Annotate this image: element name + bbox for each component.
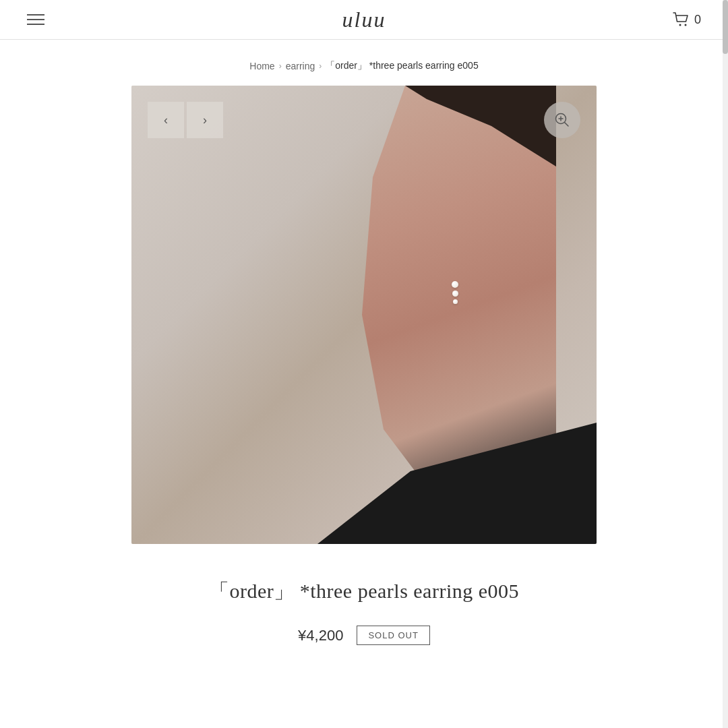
breadcrumb-sep-2: › bbox=[319, 61, 322, 71]
cart-icon bbox=[673, 12, 690, 27]
prev-image-button[interactable]: ‹ bbox=[148, 102, 184, 138]
svg-point-1 bbox=[684, 24, 686, 26]
zoom-button[interactable] bbox=[544, 102, 580, 138]
scrollbar-thumb[interactable] bbox=[723, 0, 728, 54]
breadcrumb: Home › earring › 「order」 *three pearls e… bbox=[0, 40, 728, 86]
next-image-button[interactable]: › bbox=[187, 102, 223, 138]
scrollbar-track[interactable] bbox=[723, 0, 728, 728]
cart-button[interactable]: 0 bbox=[673, 12, 701, 27]
product-price: ¥4,200 bbox=[298, 627, 343, 644]
header-right: 0 bbox=[673, 12, 701, 27]
logo-text: uluu bbox=[342, 7, 386, 32]
svg-point-0 bbox=[679, 24, 681, 26]
site-header: uluu 0 bbox=[0, 0, 728, 40]
breadcrumb-category-link[interactable]: earring bbox=[286, 61, 315, 71]
pearl-1 bbox=[452, 281, 458, 288]
hamburger-menu-button[interactable] bbox=[27, 14, 44, 25]
product-title: 「order」 *three pearls earring e005 bbox=[27, 578, 701, 605]
cart-count: 0 bbox=[694, 13, 701, 27]
earring-display bbox=[452, 281, 458, 304]
breadcrumb-sep-1: › bbox=[279, 61, 282, 71]
sold-out-badge: SOLD OUT bbox=[357, 626, 429, 645]
product-image-container: ‹ › bbox=[131, 86, 597, 544]
product-info: 「order」 *three pearls earring e005 ¥4,20… bbox=[0, 544, 728, 672]
breadcrumb-current: 「order」 *three pearls earring e005 bbox=[326, 60, 478, 72]
product-image: ‹ › bbox=[131, 86, 597, 544]
pearl-3 bbox=[453, 299, 458, 304]
header-left bbox=[27, 14, 44, 25]
product-price-area: ¥4,200 SOLD OUT bbox=[27, 626, 701, 645]
site-logo[interactable]: uluu bbox=[342, 7, 386, 32]
zoom-icon bbox=[555, 113, 570, 127]
pearl-2 bbox=[452, 291, 458, 297]
svg-line-3 bbox=[565, 123, 569, 127]
image-nav-arrows: ‹ › bbox=[148, 102, 223, 138]
person-clothing bbox=[131, 423, 597, 544]
breadcrumb-home-link[interactable]: Home bbox=[249, 61, 274, 71]
